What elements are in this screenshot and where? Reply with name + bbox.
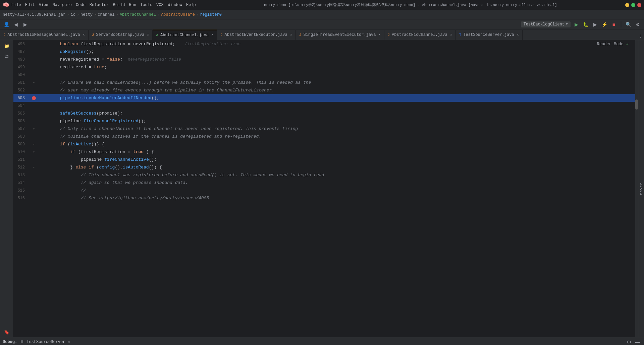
menu-vcs[interactable]: VCS [156,3,164,7]
tab-single-thread[interactable]: J SingleThreadEventExecutor.java × [296,30,384,40]
tab-icon-6: T [459,33,462,37]
menu-build[interactable]: Build [113,3,125,7]
tab-abstract-nio-channel[interactable]: J AbstractNioChannel.java × [384,30,456,40]
gutter-507: ▾ [29,127,39,131]
breadcrumb-bar: netty-all-4.1.39.Final.jar › io › netty … [0,10,644,19]
debug-minimize-btn[interactable]: — [634,338,641,345]
menu-help[interactable]: Help [186,3,196,7]
run-config-selector[interactable]: TestBacklogClient ▼ [521,21,571,27]
stop-button[interactable]: ■ [610,21,618,28]
maximize-button[interactable] [631,3,635,7]
code-area: Reader Mode ✓ 496 boolean firstRegistrat… [13,40,638,337]
menu-run[interactable]: Run [129,3,136,7]
tab-test-source-server[interactable]: T TestSourceServer.java × [456,30,523,40]
run-config-name: TestBacklogClient [524,22,565,27]
debug-panel: Debug: 🖥 TestSourceServer × ⚙ — Debugger… [0,337,644,345]
breadcrumb-jar[interactable]: netty-all-4.1.39.Final.jar [3,12,65,17]
menu-tools[interactable]: Tools [140,3,152,7]
code-line-511: 511 pipeline.fireChannelActive(); [13,156,638,163]
menu-code[interactable]: Code [76,3,86,7]
code-line-503: 503 pipeline.invokeHandlerAddedIfNeeded(… [13,94,638,102]
debug-header-icons: ⚙ — [625,338,641,345]
tab-abstract-channel[interactable]: A AbstractChannel.java × [153,30,217,40]
sidebar-bookmark-icon[interactable]: 🔖 [2,328,12,337]
tab-close-6[interactable]: × [517,33,519,37]
code-line-512: 512 ▾ } else if (config().isAutoRead()) … [13,163,638,171]
left-sidebar: 📁 🗂 🔖 [0,40,13,337]
debug-session-close[interactable]: × [68,340,70,344]
debug-settings-btn[interactable]: ⚙ [625,338,633,345]
minimize-button[interactable] [625,3,629,7]
breadcrumb-channel[interactable]: channel [98,12,114,17]
code-editor[interactable]: 496 boolean firstRegistration = neverReg… [13,40,638,337]
profile-run-btn[interactable]: ⚡ [601,21,608,28]
breadcrumb-register0[interactable]: register0 [200,12,222,17]
debug-button[interactable]: 🐛 [582,21,589,28]
menu-view[interactable]: View [39,3,49,7]
tab-java-icon-3: J [220,33,223,37]
code-line-507: 507 ▾ // Only fire a channelActive if th… [13,125,638,133]
tab-abstract-nio-message[interactable]: J AbstractNioMessageChannel.java × [0,30,89,40]
gutter-503[interactable] [29,96,39,100]
code-line-516: 516 // See https://github.com/netty/nett… [13,194,638,202]
tab-close-4[interactable]: × [379,33,381,37]
run-toolbar: 👤 ◀ ▶ TestBacklogClient ▼ ▶ 🐛 ▶ ⚡ ■ 🔍 ⚙ [0,19,644,29]
close-button[interactable] [637,3,641,7]
gutter-512: ▾ [29,165,39,169]
tab-abstract-event-executor[interactable]: J AbstractEventExecutor.java × [217,30,296,40]
breadcrumb-abstract-channel[interactable]: AbstractChannel [120,12,156,17]
toolbar-back-btn[interactable]: ◀ [12,21,19,28]
gutter-501: ▾ [29,81,39,85]
code-line-509: 509 ▾ if (isActive()) { [13,140,638,148]
toolbar-profile-btn[interactable]: 👤 [3,21,10,28]
code-scrollbar[interactable] [635,40,638,337]
tab-close-5[interactable]: × [450,33,452,37]
tab-java-icon-0: J [3,33,6,37]
code-line-506: 506 pipeline.fireChannelRegistered(); [13,117,638,125]
code-line-499: 499 registered = true; [13,63,638,71]
reader-mode-check[interactable]: ✓ [626,42,629,47]
gutter-509: ▾ [29,142,39,146]
tabs-overflow-btn[interactable]: ⋮ [637,32,644,40]
breadcrumb-abstract-unsafe[interactable]: AbstractUnsafe [161,12,195,17]
breakpoint-503[interactable] [32,96,36,100]
breadcrumb-io[interactable]: io [70,12,75,17]
run-button[interactable]: ▶ [573,21,580,28]
menu-refactor[interactable]: Refactor [90,3,109,7]
tab-server-bootstrap[interactable]: J ServerBootstrap.java × [89,30,153,40]
menu-file[interactable]: File [11,3,21,7]
app-icon: 🧠 [3,2,9,8]
debug-session-name[interactable]: TestSourceServer [26,340,65,344]
tab-close-1[interactable]: × [147,33,149,37]
code-line-505: 505 safeSetSuccess(promise); [13,110,638,117]
code-line-500: 500 [13,71,638,79]
toolbar-forward-btn[interactable]: ▶ [21,21,29,28]
code-line-497: 497 doRegister(); [13,48,638,56]
code-line-510: 510 ▾ if (firstRegistration = true ) { [13,148,638,156]
settings-btn[interactable]: ⚙ [634,21,641,28]
menu-navigate[interactable]: Navigate [52,3,72,7]
sidebar-structure-icon[interactable]: 🗂 [2,52,12,61]
breadcrumb-netty[interactable]: netty [80,12,93,17]
title-bar: 🧠 File Edit View Navigate Code Refactor … [0,0,644,10]
right-sidebar: Maven [638,40,644,337]
scrollbar-thumb[interactable] [635,99,638,110]
tab-close-0[interactable]: × [83,33,85,37]
maven-label[interactable]: Maven [639,182,643,195]
tab-close-2[interactable]: × [211,33,213,37]
code-line-513: 513 // This channel was registered befor… [13,171,638,179]
tab-java-icon-5: J [388,33,390,37]
gutter-510: ▾ [29,150,39,154]
sidebar-project-icon[interactable]: 📁 [2,42,12,51]
menu-bar: File Edit View Navigate Code Refactor Bu… [11,3,196,7]
code-line-502: 502 // user may already fire events thro… [13,86,638,94]
menu-edit[interactable]: Edit [25,3,35,7]
tab-close-3[interactable]: × [290,33,292,37]
reader-mode-button[interactable]: Reader Mode [597,42,624,47]
code-line-501: 501 ▾ // Ensure we call handlerAdded(...… [13,79,638,86]
menu-window[interactable]: Window [168,3,182,7]
main-layout: 📁 🗂 🔖 Reader Mode ✓ 496 boolean firstReg… [0,40,644,337]
debug-header: Debug: 🖥 TestSourceServer × ⚙ — [0,337,644,345]
run-with-coverage-btn[interactable]: ▶ [591,21,599,28]
search-everywhere-btn[interactable]: 🔍 [625,21,632,28]
